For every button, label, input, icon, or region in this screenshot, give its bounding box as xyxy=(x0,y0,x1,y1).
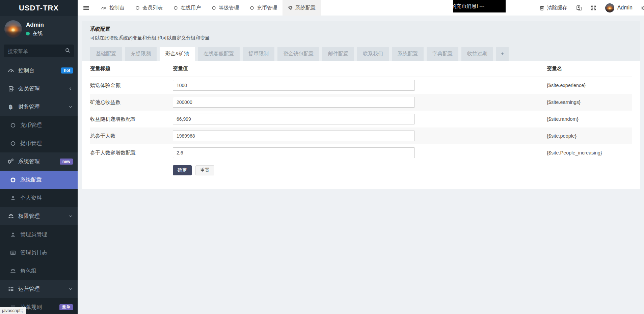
dashboard-icon xyxy=(7,67,15,74)
online-status-label: 在线 xyxy=(32,30,43,37)
gear-icon xyxy=(288,5,293,10)
chevron-down-icon xyxy=(68,214,73,219)
circle-icon xyxy=(250,6,254,10)
fullscreen-icon[interactable] xyxy=(591,5,596,11)
circle-icon xyxy=(9,141,17,146)
tab-base-config[interactable]: 基础配置 xyxy=(90,47,122,61)
random-input[interactable] xyxy=(173,114,415,124)
tab-earning-expire[interactable]: 收益过期 xyxy=(461,47,493,61)
nav-tab-online-users[interactable]: 在线用户 xyxy=(168,0,206,16)
nav-tab-deposit-manage[interactable]: 充币管理 xyxy=(244,0,283,16)
table-row: 总参于人数 {$site.people} xyxy=(90,127,632,144)
bitcoin-icon: ฿ xyxy=(7,104,15,110)
settings-gears-icon[interactable] xyxy=(641,5,644,11)
sidebar-item-label: 控制台 xyxy=(18,67,34,74)
sidebar-item-role-group[interactable]: 角色组 xyxy=(0,262,78,280)
nav-tab-level-manage[interactable]: 等级管理 xyxy=(206,0,244,16)
tab-online-service[interactable]: 在线客服配置 xyxy=(198,47,240,61)
sidebar-item-admin-log[interactable]: 管理员日志 xyxy=(0,244,78,262)
sidebar-item-label: 充币管理 xyxy=(20,122,42,129)
clear-cache-label: 清除缓存 xyxy=(547,5,567,11)
avatar xyxy=(605,3,614,12)
sidebar-item-members[interactable]: 会员管理 xyxy=(0,80,78,98)
dashboard-icon xyxy=(101,5,107,11)
translate-icon[interactable] xyxy=(576,5,582,11)
sidebar-item-permissions[interactable]: 权限管理 xyxy=(0,207,78,225)
circle-icon xyxy=(135,6,140,10)
col-header-value: 变量值 xyxy=(173,65,547,72)
row-varname: {$site.people} xyxy=(547,133,632,139)
sidebar-item-deposit[interactable]: 充币管理 xyxy=(0,116,78,134)
notification-marquee[interactable]: 的充币消息! --- xyxy=(453,0,506,12)
sidebar-item-label: 财务管理 xyxy=(18,104,40,111)
user-name: Admin xyxy=(617,5,633,11)
menu-search xyxy=(4,45,74,57)
users-icon xyxy=(9,268,17,274)
status-bar-link-hint: javascript:; xyxy=(0,307,26,314)
panel-heading: 系统配置 可以在此增改系统的变量和分组,也可以自定义分组和变量 基础配置 充提限… xyxy=(82,21,640,61)
reset-button[interactable]: 重置 xyxy=(195,165,214,175)
sidebar-item-operations[interactable]: 运营管理 xyxy=(0,280,78,298)
row-varname: {$site.earnings} xyxy=(547,99,632,105)
tab-dict-config[interactable]: 字典配置 xyxy=(427,47,458,61)
clear-cache-button[interactable]: 清除缓存 xyxy=(539,5,567,11)
search-icon xyxy=(65,48,71,53)
trash-icon xyxy=(539,5,545,11)
sidebar-item-label: 管理员管理 xyxy=(20,231,47,238)
row-varname: {$site.People_increasing} xyxy=(547,150,632,155)
user-panel: Admin 在线 xyxy=(0,16,78,41)
avatar[interactable] xyxy=(4,20,22,38)
tab-wallet-config[interactable]: 资金钱包配置 xyxy=(277,47,319,61)
nav-tab-label: 等级管理 xyxy=(219,5,239,11)
experience-input[interactable] xyxy=(173,80,415,91)
nav-tab-member-list[interactable]: 会员列表 xyxy=(130,0,168,16)
nav-tab-label: 充币管理 xyxy=(257,5,277,11)
nav-tab-label: 在线用户 xyxy=(181,5,201,11)
row-varname: {$site.random} xyxy=(547,116,632,122)
nav-tab-label: 控制台 xyxy=(109,5,125,11)
form-actions: 确定 重置 xyxy=(173,165,632,175)
sidebar-item-admin-manage[interactable]: 管理员管理 xyxy=(0,225,78,244)
chevron-down-icon xyxy=(68,105,73,109)
tab-add-button[interactable]: + xyxy=(496,47,509,61)
sidebar-item-label: 角色组 xyxy=(20,267,36,275)
menu-search-input[interactable] xyxy=(4,45,74,57)
sidebar-item-label: 个人资料 xyxy=(20,195,42,202)
row-label: 参于人数递增数配置 xyxy=(90,150,173,156)
tab-mail-config[interactable]: 邮件配置 xyxy=(322,47,354,61)
sidebar-item-dashboard[interactable]: 控制台 hot xyxy=(0,61,78,80)
people-increasing-input[interactable] xyxy=(173,147,415,158)
earnings-input[interactable] xyxy=(173,97,415,108)
page-subtitle: 可以在此增改系统的变量和分组,也可以自定义分组和变量 xyxy=(90,35,632,41)
circle-icon xyxy=(173,6,178,10)
hot-badge: hot xyxy=(61,67,73,74)
tab-contact-us[interactable]: 联系我们 xyxy=(357,47,389,61)
circle-icon xyxy=(9,122,17,128)
log-icon xyxy=(9,250,17,256)
sidebar-item-withdraw[interactable]: 提币管理 xyxy=(0,134,78,152)
table-row: 参于人数递增数配置 {$site.People_increasing} xyxy=(90,144,632,161)
user-name: Admin xyxy=(26,22,44,28)
chevron-down-icon xyxy=(68,287,73,291)
sidebar-item-label: 运营管理 xyxy=(18,286,40,293)
tab-system-config[interactable]: 系统配置 xyxy=(392,47,424,61)
nav-tab-dashboard[interactable]: 控制台 xyxy=(96,0,130,16)
people-input[interactable] xyxy=(173,131,415,141)
sidebar-item-label: 提币管理 xyxy=(20,140,42,147)
tab-withdraw-limit[interactable]: 提币限制 xyxy=(243,47,274,61)
nav-tab-system-config[interactable]: 系统配置 xyxy=(283,0,321,16)
tab-bonus-pool[interactable]: 彩金&矿池 xyxy=(160,47,195,61)
tab-limit-config[interactable]: 充提限额 xyxy=(125,47,157,61)
submit-button[interactable]: 确定 xyxy=(173,165,192,175)
sidebar-menu: 控制台 hot 会员管理 ฿ 财务管理 充币管理 提币管理 xyxy=(0,61,78,314)
table-row: 矿池总收益数 {$site.earnings} xyxy=(90,94,632,111)
main-content: 系统配置 可以在此增改系统的变量和分组,也可以自定义分组和变量 基础配置 充提限… xyxy=(78,16,644,314)
sidebar-item-finance[interactable]: ฿ 财务管理 xyxy=(0,98,78,116)
sidebar: USDT-TRX Admin 在线 控制台 hot 会员管理 ฿ 财务管理 xyxy=(0,0,78,314)
sidebar-item-system[interactable]: 系统管理 new xyxy=(0,152,78,171)
sidebar-item-profile[interactable]: 个人资料 xyxy=(0,189,78,207)
user-menu[interactable]: Admin xyxy=(605,3,633,12)
user-icon xyxy=(9,195,17,201)
hamburger-icon[interactable] xyxy=(78,0,96,16)
sidebar-item-system-config[interactable]: 系统配置 xyxy=(0,171,78,189)
